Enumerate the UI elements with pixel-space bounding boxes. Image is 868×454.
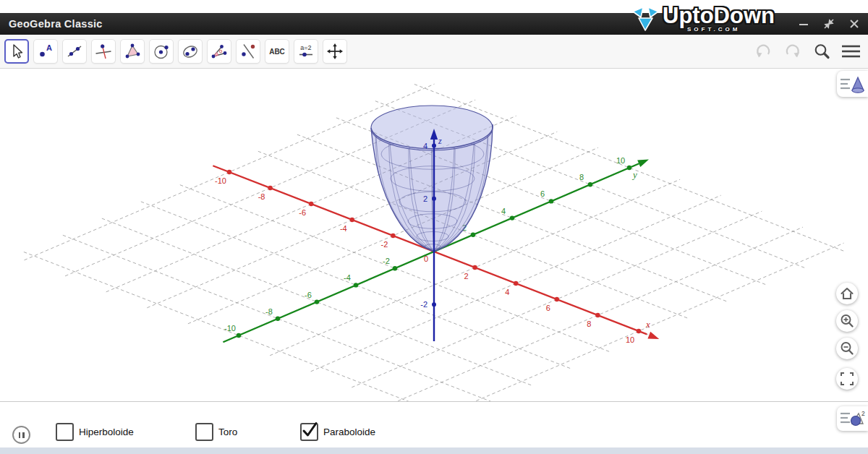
text-icon: ABC: [268, 42, 286, 61]
tool-circle-button[interactable]: [149, 39, 174, 64]
svg-text:8: 8: [587, 320, 591, 328]
svg-text:-6: -6: [299, 208, 306, 217]
zoom-out-icon: [840, 341, 854, 356]
svg-text:10: 10: [626, 335, 634, 344]
svg-text:4: 4: [501, 207, 506, 215]
uptodown-watermark: UptoDown SOFT.COM: [631, 4, 775, 36]
svg-text:ABC: ABC: [269, 48, 285, 56]
checkbox-hiperboloide[interactable]: Hiperboloide: [56, 423, 134, 441]
svg-text:4: 4: [505, 288, 509, 296]
redo-icon[interactable]: [783, 43, 802, 60]
svg-text:-10: -10: [215, 176, 226, 185]
svg-text:a=2: a=2: [300, 44, 311, 51]
svg-text:y: y: [631, 169, 637, 180]
window-controls: [797, 13, 861, 35]
checkbox-paraboloide[interactable]: Paraboloide: [300, 423, 375, 441]
undo-icon[interactable]: [754, 43, 773, 60]
tool-perpendicular-line-button[interactable]: [91, 39, 116, 64]
reflect-icon: [239, 42, 258, 61]
point-icon: A: [36, 42, 55, 61]
checkbox-label: Paraboloide: [323, 427, 375, 437]
checkbox-box[interactable]: [300, 423, 318, 441]
svg-text:-4: -4: [344, 273, 351, 282]
window-title: GeoGebra Classic: [9, 18, 103, 30]
toolbar-right-group: [754, 35, 861, 68]
move-graphics-view-icon: [326, 42, 344, 61]
checkbox-box[interactable]: [195, 423, 213, 441]
tool-text-button[interactable]: ABC: [265, 39, 289, 64]
svg-text:2: 2: [464, 272, 469, 280]
zoom-in-icon: [840, 314, 854, 328]
graphics3d-style-menu-button[interactable]: [837, 71, 868, 97]
svg-text:6: 6: [540, 189, 545, 198]
fullscreen-icon: [841, 372, 854, 385]
svg-text:-8: -8: [258, 192, 265, 201]
pause-icon: [19, 432, 21, 438]
home-button[interactable]: [836, 283, 858, 304]
view2-style-icon: 2: [839, 409, 867, 428]
checkbox-label: Hiperboloide: [79, 427, 134, 437]
svg-text:z: z: [438, 136, 442, 146]
svg-text:-2: -2: [420, 300, 427, 309]
svg-text:-2: -2: [381, 240, 388, 249]
svg-text:4: 4: [423, 142, 427, 150]
zoom-in-button[interactable]: [836, 310, 858, 332]
move-icon: [7, 42, 26, 61]
fullscreen-button[interactable]: [836, 368, 858, 390]
tool-angle-button[interactable]: [207, 39, 231, 64]
tool-polygon-button[interactable]: [120, 39, 145, 64]
menu-icon[interactable]: [841, 44, 861, 59]
circle-icon: [152, 42, 171, 61]
checkbox-panel: Hiperboloide Toro Paraboloide 2: [0, 402, 868, 447]
svg-text:-8: -8: [265, 307, 273, 316]
checkbox-box[interactable]: [56, 423, 74, 441]
tool-point-button[interactable]: A: [33, 39, 58, 64]
graph-svg[interactable]: -10-8-6-4-2246810x-10-8-6-4-2246810y042-…: [0, 69, 868, 401]
minimize-button[interactable]: [797, 17, 810, 30]
bottom-strip: [0, 447, 868, 454]
checkbox-toro[interactable]: Toro: [195, 423, 237, 441]
uptodown-brand-text: UptoDown: [663, 4, 775, 28]
angle-icon: [210, 42, 229, 61]
tool-line-button[interactable]: [62, 39, 87, 64]
slider-icon: a=2: [297, 42, 315, 61]
uptodown-sub-text: SOFT.COM: [687, 26, 775, 33]
svg-text:x: x: [645, 319, 650, 330]
tool-move-graphics-view-button[interactable]: [323, 39, 347, 64]
line-icon: [65, 42, 84, 61]
pause-button[interactable]: [12, 426, 30, 444]
graphics2-style-menu-button[interactable]: 2: [837, 406, 868, 431]
tool-move-button[interactable]: [4, 39, 29, 64]
polygon-icon: [123, 42, 142, 61]
perpendicular-line-icon: [94, 42, 113, 61]
search-icon[interactable]: [813, 43, 830, 60]
uptodown-logo-icon: [631, 4, 661, 36]
tool-ellipse-button[interactable]: [178, 39, 203, 64]
svg-text:-2: -2: [383, 257, 390, 265]
svg-text:-4: -4: [340, 224, 347, 233]
svg-text:8: 8: [579, 173, 584, 181]
view2-superscript: 2: [861, 410, 865, 417]
3d-style-icon: [839, 74, 867, 94]
zoom-out-button[interactable]: [836, 338, 858, 359]
svg-text:-10: -10: [224, 324, 236, 333]
restore-button[interactable]: [822, 17, 835, 30]
tool-slider-button[interactable]: a=2: [294, 39, 318, 64]
svg-text:10: 10: [616, 156, 625, 165]
home-icon: [840, 286, 854, 301]
svg-text:0: 0: [424, 254, 428, 263]
svg-text:2: 2: [423, 194, 427, 203]
svg-text:-6: -6: [305, 291, 312, 299]
svg-text:6: 6: [546, 304, 550, 312]
app-window: GeoGebra Classic: [0, 0, 868, 454]
svg-text:A: A: [46, 43, 52, 52]
ellipse-icon: [181, 42, 200, 61]
checkbox-label: Toro: [218, 427, 237, 437]
graphics-3d-view: -10-8-6-4-2246810x-10-8-6-4-2246810y042-…: [0, 69, 868, 402]
tool-bar: AABCa=2: [0, 35, 868, 69]
close-button[interactable]: [848, 17, 861, 30]
tool-reflect-button[interactable]: [236, 39, 260, 64]
